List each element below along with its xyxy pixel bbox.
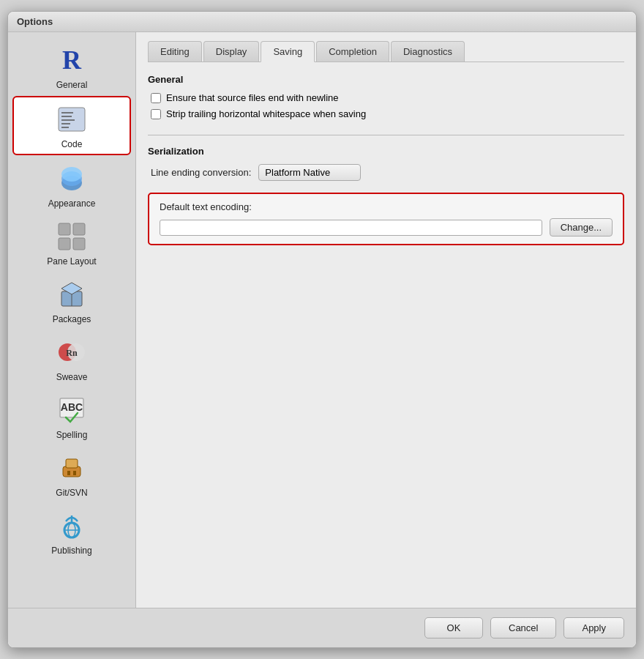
window-title: Options	[17, 16, 53, 27]
sidebar: R General Code	[8, 32, 136, 608]
sidebar-item-label-packages: Packages	[53, 314, 91, 324]
sidebar-item-pane-layout[interactable]: Pane Layout	[12, 215, 131, 271]
sidebar-item-label-general: General	[56, 80, 88, 90]
tab-completion[interactable]: Completion	[316, 41, 389, 62]
svg-rect-13	[73, 238, 85, 250]
sidebar-item-packages[interactable]: Packages	[12, 272, 131, 329]
spelling-icon: ABC	[54, 392, 89, 428]
code-icon	[54, 102, 89, 137]
general-section: General Ensure that source files end wit…	[148, 74, 624, 124]
sidebar-item-label-publishing: Publishing	[51, 546, 91, 556]
publishing-icon	[54, 508, 89, 543]
git-svn-icon	[54, 450, 89, 485]
line-ending-row: Line ending conversion: Platform Native …	[148, 164, 624, 181]
cancel-button[interactable]: Cancel	[490, 617, 556, 638]
packages-icon	[54, 277, 89, 312]
sidebar-item-sweave[interactable]: Rn Sweave	[12, 330, 131, 387]
general-section-title: General	[148, 74, 624, 85]
serialization-section: Serialization Line ending conversion: Pl…	[148, 146, 624, 193]
title-bar: Options	[8, 12, 636, 32]
line-ending-select[interactable]: Platform Native Windows (CR/LF) Posix (L…	[258, 164, 361, 181]
tab-editing[interactable]: Editing	[148, 41, 202, 62]
sweave-icon: Rn	[54, 335, 89, 370]
serialization-section-title: Serialization	[148, 146, 624, 157]
sidebar-item-code[interactable]: Code	[12, 96, 131, 155]
sidebar-item-label-sweave: Sweave	[56, 372, 88, 382]
appearance-icon	[54, 161, 89, 196]
checkbox-newline[interactable]	[151, 93, 161, 103]
tab-display[interactable]: Display	[203, 41, 260, 62]
encoding-label: Default text encoding:	[160, 201, 613, 212]
svg-text:R: R	[62, 45, 82, 75]
svg-point-9	[61, 167, 82, 182]
ok-button[interactable]: OK	[424, 617, 483, 638]
line-ending-select-wrap: Platform Native Windows (CR/LF) Posix (L…	[258, 164, 361, 181]
tab-bar: Editing Display Saving Completion Diagno…	[148, 41, 624, 62]
checkbox-row-whitespace: Strip trailing horizontal whitespace whe…	[148, 108, 624, 119]
sidebar-item-git-svn[interactable]: Git/SVN	[12, 446, 131, 502]
checkbox-whitespace[interactable]	[151, 109, 161, 119]
section-divider	[148, 135, 624, 135]
sidebar-item-label-code: Code	[61, 139, 83, 149]
sidebar-item-general[interactable]: R General	[12, 38, 131, 94]
svg-rect-11	[73, 223, 85, 235]
line-ending-label: Line ending conversion:	[151, 167, 251, 178]
svg-text:ABC: ABC	[61, 401, 83, 413]
checkbox-whitespace-label: Strip trailing horizontal whitespace whe…	[166, 108, 366, 119]
encoding-input[interactable]	[160, 220, 542, 236]
apply-button[interactable]: Apply	[564, 617, 624, 638]
tab-diagnostics[interactable]: Diagnostics	[391, 41, 465, 62]
checkbox-newline-label: Ensure that source files end with newlin…	[166, 92, 339, 103]
svg-rect-23	[66, 459, 78, 468]
sidebar-item-label-pane-layout: Pane Layout	[47, 256, 96, 267]
sidebar-item-label-spelling: Spelling	[56, 430, 88, 440]
tab-saving[interactable]: Saving	[261, 41, 315, 62]
change-button[interactable]: Change...	[550, 218, 613, 237]
svg-text:Rn: Rn	[66, 348, 78, 358]
svg-rect-24	[67, 471, 70, 475]
general-icon: R	[54, 42, 89, 78]
sidebar-item-appearance[interactable]: Appearance	[12, 157, 131, 213]
bottom-bar: OK Cancel Apply	[8, 608, 636, 647]
sidebar-item-label-appearance: Appearance	[48, 198, 96, 209]
encoding-row: Change...	[160, 218, 613, 237]
sidebar-item-spelling[interactable]: ABC Spelling	[12, 388, 131, 444]
content-area: R General Code	[8, 32, 636, 608]
svg-rect-10	[59, 223, 70, 235]
svg-rect-12	[59, 238, 70, 250]
checkbox-row-newline: Ensure that source files end with newlin…	[148, 92, 624, 103]
sidebar-item-label-git-svn: Git/SVN	[56, 488, 87, 498]
svg-rect-25	[73, 471, 76, 475]
main-content: Editing Display Saving Completion Diagno…	[136, 32, 636, 608]
encoding-box: Default text encoding: Change...	[148, 193, 624, 245]
options-window: Options R General	[7, 11, 637, 648]
sidebar-item-publishing[interactable]: Publishing	[12, 504, 131, 560]
pane-layout-icon	[54, 219, 89, 254]
